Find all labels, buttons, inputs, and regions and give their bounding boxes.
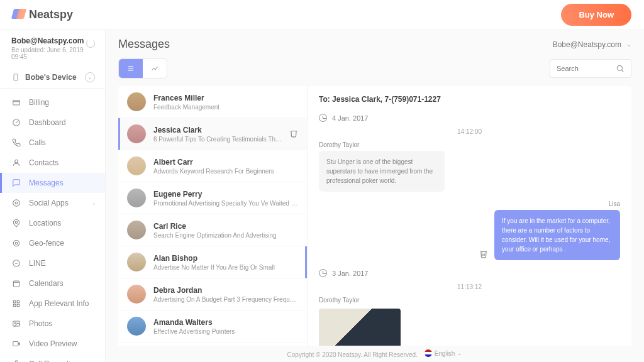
- copyright: Copyright © 2020 Neatspy. All Right Rese…: [287, 351, 418, 358]
- nav-item-label: LINE: [29, 259, 46, 268]
- chevron-down-icon: ⌄: [457, 350, 462, 356]
- sidebar-item-social-apps[interactable]: Social Apps›: [0, 193, 105, 213]
- video-icon: [11, 339, 21, 349]
- contact-item[interactable]: Albert CarrAdwords Keyword Research For …: [118, 150, 307, 182]
- contact-item[interactable]: Carl RiceSearch Engine Optimization And …: [118, 214, 307, 246]
- page-title: Messages: [118, 38, 170, 51]
- contact-item[interactable]: Frances MillerFeedback Management: [118, 86, 307, 118]
- geofence-icon: [11, 238, 21, 248]
- sidebar-item-dashboard[interactable]: Dashboard: [0, 112, 105, 133]
- sender-name: Dorothy Taylor: [319, 141, 620, 148]
- svg-point-7: [15, 221, 18, 224]
- contact-item[interactable]: Amanda WaltersEffective Advertising Poin…: [118, 310, 307, 343]
- contact-preview: Promotional Advertising Specialty You Ve…: [153, 200, 298, 207]
- svg-point-8: [13, 240, 19, 246]
- contact-name: Alan Bishop: [153, 254, 296, 263]
- contact-preview: Advertising On A Budget Part 3 Frequency…: [153, 296, 298, 303]
- sidebar-item-line[interactable]: LINE: [0, 253, 105, 273]
- sender-name: Dorothy Taylor: [319, 297, 620, 304]
- location-icon: [11, 218, 21, 228]
- view-toggle: [118, 58, 167, 79]
- nav-item-label: Social Apps: [29, 199, 69, 207]
- svg-point-5: [13, 200, 20, 207]
- contact-preview: Effective Advertising Pointers: [153, 328, 298, 335]
- contact-preview: 6 Powerful Tips To Creating Testimonials…: [153, 136, 282, 143]
- sidebar-item-calls[interactable]: Calls: [0, 133, 105, 153]
- footer: Copyright © 2020 Neatspy. All Right Rese…: [106, 346, 644, 362]
- photo-icon: [11, 319, 21, 329]
- message-outgoing: Lisa If you are in the market for a comp…: [319, 200, 620, 260]
- sidebar-item-video-preview[interactable]: Video Preview: [0, 334, 105, 354]
- nav-item-label: Dashboard: [29, 118, 66, 127]
- sidebar-item-photos[interactable]: Photos: [0, 314, 105, 334]
- language-label: English: [435, 350, 455, 357]
- avatar: [127, 253, 146, 272]
- svg-rect-0: [14, 74, 18, 81]
- contact-name: Amanda Walters: [153, 318, 298, 327]
- avatar: [127, 221, 146, 239]
- sidebar-item-contacts[interactable]: Contacts: [0, 153, 105, 173]
- list-view-button[interactable]: [119, 59, 143, 78]
- message-bubble: Stu Unger is one of the biggest supersta…: [319, 151, 445, 192]
- social-icon: [11, 198, 21, 208]
- chart-icon: [150, 64, 159, 73]
- logo-icon: [13, 9, 25, 21]
- list-icon: [126, 64, 135, 73]
- avatar: [127, 124, 146, 143]
- contact-item[interactable]: Eugene PerryPromotional Advertising Spec…: [118, 182, 307, 214]
- device-selector[interactable]: Bobe's Device ⌄: [0, 67, 105, 89]
- date-text: 3 Jan. 2017: [332, 270, 369, 277]
- delete-icon[interactable]: [479, 250, 488, 260]
- nav-item-label: Billing: [29, 98, 49, 107]
- nav-item-label: Photos: [29, 319, 52, 328]
- conversation-to: To: Jessica Clark, 7-(759)071-1227: [319, 95, 620, 104]
- header-user-email: Bobe@Neatspy.com: [553, 40, 621, 49]
- svg-point-19: [14, 322, 16, 324]
- sidebar-item-call-recordings[interactable]: Call Recordings: [0, 354, 105, 362]
- search-input[interactable]: [557, 65, 611, 72]
- sidebar-item-locations[interactable]: Locations: [0, 213, 105, 233]
- contact-name: Debra Jordan: [153, 286, 298, 295]
- nav-item-label: Calendars: [29, 279, 64, 288]
- brand-text: Neatspy: [29, 8, 73, 21]
- contact-item[interactable]: Debra JordanAdvertising On A Budget Part…: [118, 278, 307, 310]
- sidebar-item-geo-fence[interactable]: Geo-fence: [0, 233, 105, 253]
- nav-item-label: Locations: [29, 219, 61, 228]
- date-divider: 4 Jan. 2017: [319, 114, 620, 122]
- search-icon: [616, 64, 625, 73]
- avatar: [127, 285, 146, 304]
- contact-name: Eugene Perry: [153, 190, 298, 199]
- header-user-menu[interactable]: Bobe@Neatspy.com ⌄: [553, 40, 631, 49]
- device-icon: [11, 73, 20, 82]
- sender-name: Lisa: [609, 200, 620, 207]
- sidebar-item-billing[interactable]: Billing: [0, 92, 105, 112]
- flag-icon: [425, 349, 432, 357]
- language-selector[interactable]: English ⌄: [425, 349, 463, 357]
- line-icon: [11, 258, 21, 268]
- sidebar-item-app-relevant-info[interactable]: App Relevant Info: [0, 293, 105, 314]
- date-text: 4 Jan. 2017: [332, 114, 369, 122]
- svg-rect-17: [17, 304, 19, 307]
- account-header: Bobe@Neatspy.com Be updated: June 6, 201…: [0, 30, 105, 67]
- contact-preview: Feedback Management: [153, 104, 298, 111]
- contact-item[interactable]: Jessica Clark6 Powerful Tips To Creating…: [118, 118, 307, 150]
- nav-item-label: Contacts: [29, 158, 58, 167]
- contact-item[interactable]: Alan BishopAdvertise No Matter If You Ar…: [118, 246, 307, 278]
- chevron-right-icon: ›: [93, 200, 95, 207]
- sidebar-item-messages[interactable]: Messages: [0, 173, 105, 193]
- logo[interactable]: Neatspy: [13, 8, 73, 21]
- message-bubble: If you are in the market for a computer,…: [494, 210, 620, 260]
- sidebar-item-calendars[interactable]: Calendars: [0, 273, 105, 293]
- call-icon: [11, 138, 21, 148]
- contact-name: Carl Rice: [153, 222, 298, 231]
- buy-now-button[interactable]: Buy Now: [561, 4, 631, 26]
- chevron-down-icon: ⌄: [85, 72, 95, 82]
- apps-icon: [11, 299, 21, 309]
- contact-name: Frances Miller: [153, 94, 298, 102]
- refresh-icon[interactable]: [86, 39, 95, 48]
- svg-point-6: [15, 202, 18, 204]
- delete-icon[interactable]: [289, 129, 298, 140]
- search-box[interactable]: [550, 59, 631, 78]
- account-email: Bobe@Neatspy.com: [11, 36, 94, 45]
- chart-view-button[interactable]: [143, 59, 167, 78]
